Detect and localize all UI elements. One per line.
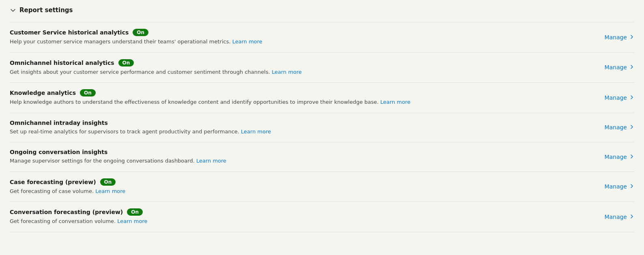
status-badge-case-forecasting: On xyxy=(100,178,116,186)
setting-right-knowledge-analytics: Manage xyxy=(594,94,634,101)
manage-link-conversation-forecasting[interactable]: Manage xyxy=(604,214,627,220)
setting-name-omnichannel-intraday: Omnichannel intraday insights xyxy=(10,120,108,126)
setting-left-omnichannel-intraday: Omnichannel intraday insightsSet up real… xyxy=(10,120,594,136)
setting-name-omnichannel-historical: Omnichannel historical analytics xyxy=(10,60,114,66)
setting-right-conversation-forecasting: Manage xyxy=(594,214,634,220)
setting-name-ongoing-conversation: Ongoing conversation insights xyxy=(10,149,107,155)
setting-right-case-forecasting: Manage xyxy=(594,183,634,190)
setting-row-omnichannel-intraday: Omnichannel intraday insightsSet up real… xyxy=(10,113,634,143)
learn-more-link-conversation-forecasting[interactable]: Learn more xyxy=(117,218,147,224)
setting-left-ongoing-conversation: Ongoing conversation insightsManage supe… xyxy=(10,149,594,165)
setting-title-row-ongoing-conversation: Ongoing conversation insights xyxy=(10,149,577,155)
learn-more-link-omnichannel-intraday[interactable]: Learn more xyxy=(241,129,271,135)
settings-list: Customer Service historical analyticsOnH… xyxy=(10,22,634,232)
chevron-down-icon xyxy=(10,7,16,13)
setting-row-customer-service-historical: Customer Service historical analyticsOnH… xyxy=(10,22,634,53)
setting-title-row-knowledge-analytics: Knowledge analyticsOn xyxy=(10,89,577,96)
status-badge-omnichannel-historical: On xyxy=(118,59,134,66)
setting-name-conversation-forecasting: Conversation forecasting (preview) xyxy=(10,209,123,215)
setting-title-row-omnichannel-historical: Omnichannel historical analyticsOn xyxy=(10,59,577,66)
manage-link-case-forecasting[interactable]: Manage xyxy=(604,183,627,190)
manage-chevron-icon-omnichannel-intraday xyxy=(629,124,634,131)
setting-row-conversation-forecasting: Conversation forecasting (preview)OnGet … xyxy=(10,202,634,232)
setting-name-case-forecasting: Case forecasting (preview) xyxy=(10,179,96,185)
learn-more-link-knowledge-analytics[interactable]: Learn more xyxy=(380,99,410,105)
setting-right-omnichannel-historical: Manage xyxy=(594,64,634,71)
setting-description-ongoing-conversation: Manage supervisor settings for the ongoi… xyxy=(10,157,577,165)
setting-right-ongoing-conversation: Manage xyxy=(594,154,634,160)
setting-description-knowledge-analytics: Help knowledge authors to understand the… xyxy=(10,98,577,106)
page-container: Report settings Customer Service histori… xyxy=(0,0,644,255)
manage-link-ongoing-conversation[interactable]: Manage xyxy=(604,154,627,160)
manage-chevron-icon-conversation-forecasting xyxy=(629,214,634,220)
manage-chevron-icon-case-forecasting xyxy=(629,183,634,190)
status-badge-customer-service-historical: On xyxy=(133,29,148,36)
status-badge-knowledge-analytics: On xyxy=(80,89,96,96)
setting-row-case-forecasting: Case forecasting (preview)OnGet forecast… xyxy=(10,172,634,202)
setting-name-knowledge-analytics: Knowledge analytics xyxy=(10,90,76,96)
setting-left-conversation-forecasting: Conversation forecasting (preview)OnGet … xyxy=(10,208,594,225)
setting-left-case-forecasting: Case forecasting (preview)OnGet forecast… xyxy=(10,178,594,195)
learn-more-link-case-forecasting[interactable]: Learn more xyxy=(95,188,125,194)
setting-row-omnichannel-historical: Omnichannel historical analyticsOnGet in… xyxy=(10,53,634,83)
setting-left-customer-service-historical: Customer Service historical analyticsOnH… xyxy=(10,29,594,46)
setting-title-row-customer-service-historical: Customer Service historical analyticsOn xyxy=(10,29,577,36)
manage-link-knowledge-analytics[interactable]: Manage xyxy=(604,94,627,101)
setting-row-knowledge-analytics: Knowledge analyticsOnHelp knowledge auth… xyxy=(10,83,634,113)
learn-more-link-omnichannel-historical[interactable]: Learn more xyxy=(272,69,302,75)
setting-row-ongoing-conversation: Ongoing conversation insightsManage supe… xyxy=(10,142,634,172)
status-badge-conversation-forecasting: On xyxy=(127,208,143,216)
section-title: Report settings xyxy=(19,6,73,14)
setting-right-customer-service-historical: Manage xyxy=(594,34,634,41)
learn-more-link-customer-service-historical[interactable]: Learn more xyxy=(232,39,262,45)
setting-title-row-case-forecasting: Case forecasting (preview)On xyxy=(10,178,577,186)
section-header[interactable]: Report settings xyxy=(10,6,634,14)
learn-more-link-ongoing-conversation[interactable]: Learn more xyxy=(196,158,226,164)
setting-right-omnichannel-intraday: Manage xyxy=(594,124,634,131)
setting-name-customer-service-historical: Customer Service historical analytics xyxy=(10,29,129,36)
setting-description-omnichannel-historical: Get insights about your customer service… xyxy=(10,68,577,76)
setting-description-case-forecasting: Get forecasting of case volume. Learn mo… xyxy=(10,187,577,195)
manage-link-customer-service-historical[interactable]: Manage xyxy=(604,34,627,41)
setting-title-row-conversation-forecasting: Conversation forecasting (preview)On xyxy=(10,208,577,216)
setting-left-knowledge-analytics: Knowledge analyticsOnHelp knowledge auth… xyxy=(10,89,594,106)
setting-title-row-omnichannel-intraday: Omnichannel intraday insights xyxy=(10,120,577,126)
setting-description-omnichannel-intraday: Set up real-time analytics for superviso… xyxy=(10,128,577,136)
setting-description-customer-service-historical: Help your customer service managers unde… xyxy=(10,38,577,46)
manage-chevron-icon-customer-service-historical xyxy=(629,34,634,41)
setting-description-conversation-forecasting: Get forecasting of conversation volume. … xyxy=(10,217,577,225)
setting-left-omnichannel-historical: Omnichannel historical analyticsOnGet in… xyxy=(10,59,594,76)
manage-link-omnichannel-historical[interactable]: Manage xyxy=(604,64,627,71)
manage-link-omnichannel-intraday[interactable]: Manage xyxy=(604,124,627,131)
manage-chevron-icon-omnichannel-historical xyxy=(629,64,634,71)
manage-chevron-icon-ongoing-conversation xyxy=(629,154,634,160)
manage-chevron-icon-knowledge-analytics xyxy=(629,94,634,101)
